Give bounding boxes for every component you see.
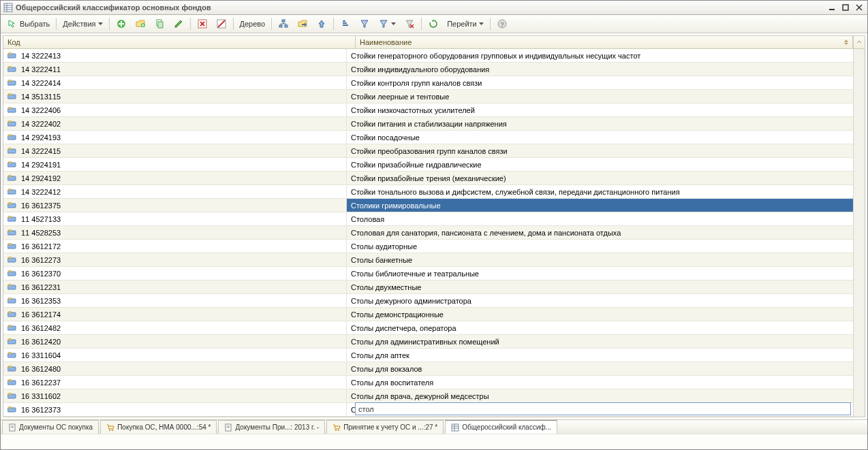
doc-icon [224,423,232,432]
taskbar-tab[interactable]: Документы ОС покупка [2,420,99,434]
grid-search-input[interactable]: стол [355,402,851,415]
table-row[interactable]: 14 3222413Стойки генераторного оборудова… [3,49,865,63]
table-row[interactable]: 14 3222415Стойки преобразования групп ка… [3,144,865,158]
table-row[interactable]: 14 3222406Стойки низкочастотных усилител… [3,103,865,117]
actions-label: Действия [63,20,95,28]
grid-body[interactable]: 14 3222413Стойки генераторного оборудова… [3,49,865,417]
item-icon [7,189,17,195]
close-button[interactable] [854,3,865,12]
add-button[interactable] [112,16,130,31]
table-row[interactable]: 14 3222414Стойки контроля групп каналов … [3,76,865,90]
mark-delete-button[interactable] [213,16,230,31]
table-row[interactable]: 16 3612370Столы библиотечные и театральн… [3,267,865,280]
sort-button[interactable] [337,16,354,31]
code-text: 14 3513115 [21,93,61,101]
grid-icon [451,423,459,432]
select-button[interactable]: Выбрать [3,16,53,31]
cell-name: Столы диспетчера, оператора [347,321,865,334]
code-text: 14 2924193 [21,133,61,142]
hierarchy-button[interactable] [275,16,292,31]
tree-label: Дерево [240,20,266,28]
level-up-button[interactable] [313,16,330,31]
cell-name: Стойки генераторного оборудования группо… [347,49,865,62]
cell-name: Стойки низкочастотных усилителей [347,103,865,116]
minimize-button[interactable] [826,3,837,12]
tree-button[interactable]: Дерево [236,16,269,31]
name-text: Столики гримировальные [351,202,441,210]
table-row[interactable]: 16 3311602Столы для врача, дежурной медс… [3,389,865,403]
table-row[interactable]: 11 4528253Столовая для санатория, пансио… [3,226,865,240]
question-icon: ? [497,18,508,29]
name-text: Стойки призабойные гидравлические [351,161,482,169]
table-row[interactable]: 14 2924191Стойки призабойные гидравличес… [3,158,865,172]
taskbar-tab[interactable]: Документы При...: 2013 г. - [218,420,325,434]
table-row[interactable]: 16 3612420Столы для административных пом… [3,335,865,349]
table-row[interactable]: 14 3222402Стойки питания и стабилизации … [3,117,865,131]
taskbar-tab[interactable]: Принятие к учету ОС и ...:27 * [326,420,444,434]
cell-name: Столы дежурного администратора [347,294,865,307]
cell-code: 16 3311602 [3,389,347,402]
arrow-up-icon [316,18,327,29]
table-row[interactable]: 14 3222412Стойки тонального вызова и диф… [3,185,865,199]
name-text: Стойки индивидуального оборудования [351,65,489,74]
cell-name: Столы для вокзалов [347,362,865,375]
name-text: Столы для вокзалов [351,365,422,373]
move-to-group-button[interactable] [294,16,311,31]
cell-name: Столы для воспитателя [347,376,865,389]
cell-name: Стойки леерные и тентовые [347,90,865,103]
table-row[interactable]: 16 3612174Столы демонстрационные [3,308,865,321]
status-bar [1,434,867,449]
code-text: 16 3612231 [21,283,61,291]
table-row[interactable]: 16 3311604Столы для аптек [3,349,865,362]
refresh-button[interactable] [424,16,442,31]
item-icon [7,311,17,318]
table-row[interactable]: 16 3612482Столы диспетчера, оператора [3,321,865,335]
table-row[interactable]: 16 3612375Столики гримировальные [3,199,865,212]
svg-rect-63 [9,229,11,231]
cell-name: Стойки призабойные гидравлические [347,158,865,171]
table-row[interactable]: 14 2924192Стойки призабойные трения (мех… [3,172,865,185]
taskbar-tab[interactable]: Покупка ОС, НМА 0000...:54 * [100,420,217,434]
filter-by-value-button[interactable] [375,16,399,31]
table-row[interactable]: 16 3612231Столы двухместные [3,280,865,294]
column-header-code[interactable]: Код [3,36,356,48]
name-text: Столы для административных помещений [351,338,499,346]
edit-button[interactable] [170,16,187,31]
cell-name: Стойки призабойные трения (механические) [347,172,865,184]
cell-code: 14 3222413 [3,49,347,62]
table-row[interactable]: 16 3612273Столы банкетные [3,253,865,267]
table-row[interactable]: 16 3612237Столы для воспитателя [3,376,865,389]
table-row[interactable]: 16 3612480Столы для вокзалов [3,362,865,376]
column-header-name[interactable]: Наименование [356,36,853,48]
add-group-button[interactable] [131,16,149,31]
copy-button[interactable] [151,16,168,31]
svg-rect-65 [9,243,11,245]
cell-code: 14 2924191 [3,158,347,171]
delete-button[interactable] [193,16,211,31]
folder-arrow-icon [297,18,308,29]
item-icon [7,93,17,100]
taskbar-tab[interactable]: Общероссийский классиф... [445,420,557,434]
goto-button[interactable]: Перейти [444,16,487,31]
item-icon [7,406,17,413]
code-text: 16 3612482 [21,324,61,332]
table-row[interactable]: 16 3612172Столы аудиторные [3,240,865,253]
maximize-button[interactable] [840,3,851,12]
filter-button[interactable] [356,16,373,31]
table-row[interactable]: 14 2924193Стойки посадочные [3,131,865,144]
filter-clear-button[interactable] [401,16,418,31]
svg-rect-87 [9,393,11,395]
table-row[interactable]: 14 3513115Стойки леерные и тентовые [3,90,865,103]
table-row[interactable]: 14 3222411Стойки индивидуального оборудо… [3,63,865,76]
name-text: Стойки питания и стабилизации напряжения [351,120,507,128]
table-row[interactable]: 11 4527133Столовая [3,212,865,226]
code-text: 16 3612420 [21,338,61,346]
help-button[interactable]: ? [493,16,511,31]
name-text: Стойки контроля групп каналов связи [351,79,482,87]
actions-button[interactable]: Действия [59,16,106,31]
cell-name: Стойки индивидуального оборудования [347,63,865,76]
table-row[interactable]: 16 3612353Столы дежурного администратора [3,294,865,308]
vertical-scrollbar[interactable] [853,49,865,417]
goto-label: Перейти [447,20,477,28]
code-text: 14 3222414 [21,79,61,87]
